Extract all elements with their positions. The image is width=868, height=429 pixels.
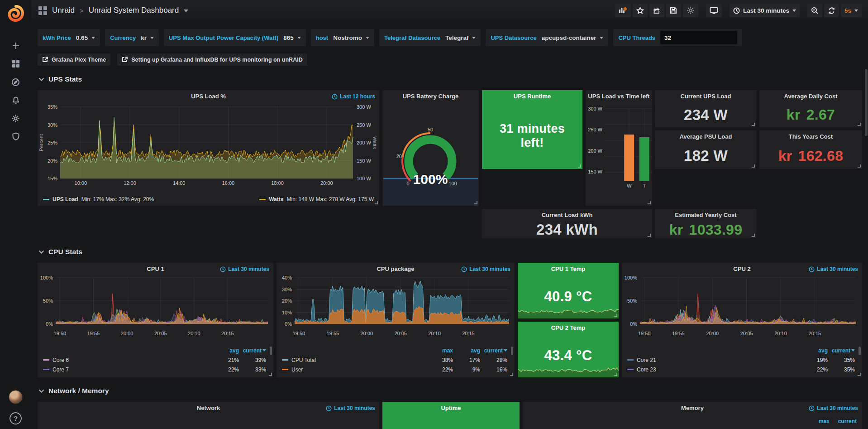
dashboard-grid-icon[interactable] — [38, 6, 47, 15]
legend-series[interactable]: Core 7 — [43, 366, 212, 373]
cpu-threads-input[interactable] — [660, 31, 737, 44]
cpu1-chart[interactable]: 100%50%0%19:5019:5520:0020:0520:1020:15 — [38, 275, 273, 345]
panel-title[interactable]: Memory — [681, 405, 704, 411]
legend-sort-current[interactable]: current — [239, 347, 266, 354]
refresh-button[interactable] — [824, 4, 839, 17]
cycle-view-tv-button[interactable] — [706, 4, 722, 17]
network-chart[interactable]: 6.0 MBs4.0 MBs2.0 MBs — [38, 414, 379, 429]
ups-load-vs-time-chart[interactable]: 300 W250 W200 W150 W40 min35 min30 min25… — [586, 102, 652, 206]
refresh-interval-label: 5s — [844, 7, 851, 14]
panel-title[interactable]: UPS Load vs Time left — [588, 93, 649, 100]
explore-icon[interactable] — [5, 75, 26, 89]
legend-sort-avg[interactable]: avg — [212, 347, 239, 354]
legend-sort-avg[interactable]: avg — [453, 347, 480, 354]
legend-scrollbar[interactable] — [270, 347, 272, 355]
refresh-interval-picker[interactable]: 5s — [841, 4, 862, 17]
dashboard-settings-button[interactable] — [683, 4, 698, 17]
cpu-package-chart[interactable]: 40%30%20%10%0%19:5019:5520:0020:0520:102… — [277, 275, 515, 345]
section-cpu-stats[interactable]: CPU Stats — [38, 246, 862, 257]
network-memory-row: Network Last 30 minutes 6.0 MBs4.0 MBs2.… — [38, 402, 862, 429]
ups-load-chart[interactable]: 35%30%25%20%15%300 W250 W200 W150 W100 W… — [38, 102, 379, 195]
star-dashboard-button[interactable] — [633, 4, 648, 17]
section-network-memory[interactable]: Network / Memory — [38, 386, 862, 396]
dashboard-picker-caret[interactable] — [184, 10, 188, 14]
variable-value-dropdown[interactable]: kr — [141, 34, 154, 41]
dashboards-icon[interactable] — [5, 57, 26, 71]
panel-time-range[interactable]: Last 30 minutes — [220, 266, 269, 272]
create-icon[interactable] — [5, 39, 26, 53]
svg-text:W: W — [627, 183, 632, 188]
variable-label: CPU Threads — [618, 34, 655, 41]
panel-title[interactable]: CPU 2 — [733, 265, 750, 272]
panel-title[interactable]: Estimated Yearly Cost — [675, 212, 736, 218]
page-scrollbar[interactable] — [865, 69, 868, 136]
alerting-bell-icon[interactable] — [5, 93, 26, 107]
panel-time-range[interactable]: Last 12 hours — [332, 93, 375, 100]
panel-title[interactable]: Average PSU Load — [680, 133, 732, 140]
section-ups-stats[interactable]: UPS Stats — [38, 74, 862, 85]
legend-series[interactable]: Core 6 — [43, 357, 212, 363]
panel-title[interactable]: CPU 1 Temp — [551, 265, 586, 272]
panel-title[interactable]: Current UPS Load — [681, 93, 731, 100]
legend-scrollbar[interactable] — [511, 347, 513, 355]
legend-sort-max[interactable]: max — [802, 418, 830, 424]
panel-title[interactable]: UPS Battery Charge — [403, 93, 459, 100]
link-grafana-plex-theme[interactable]: Grafana Plex Theme — [38, 53, 110, 66]
svg-text:18:00: 18:00 — [271, 180, 284, 186]
link-ups-monitoring-guide[interactable]: Setting up Grafana and InfluxDB for UPS … — [117, 53, 307, 66]
legend-sort-current[interactable]: current — [828, 347, 855, 354]
variable-value-dropdown[interactable]: 865 — [283, 34, 301, 41]
legend-scrollbar[interactable] — [858, 347, 861, 355]
svg-text:150 W: 150 W — [357, 158, 371, 164]
zoom-out-time-button[interactable] — [807, 4, 822, 17]
variable-value-dropdown[interactable]: Nostromo — [333, 34, 369, 41]
breadcrumb-folder[interactable]: Unraid — [52, 6, 75, 15]
panel-title[interactable]: CPU package — [377, 265, 414, 272]
server-admin-shield-icon[interactable] — [5, 130, 26, 143]
panel-title[interactable]: Uptime — [441, 405, 461, 411]
panel-time-range[interactable]: Last 30 minutes — [461, 266, 510, 272]
breadcrumb-dashboard[interactable]: Unraid System Dashboard — [89, 6, 179, 15]
legend-sort-current[interactable]: current — [480, 347, 507, 354]
variable-label: kWh Price — [43, 34, 71, 41]
legend-sort-max[interactable]: max — [426, 347, 453, 354]
legend-series[interactable]: Core 23 — [627, 366, 801, 373]
variable-value-dropdown[interactable]: apcupsd-container — [542, 34, 604, 41]
panel-time-range[interactable]: Last 30 minutes — [809, 266, 858, 272]
legend-series[interactable]: User — [282, 366, 426, 373]
cpu2-chart[interactable]: 100%50%0%19:5019:5520:0020:0520:1020:15 — [622, 275, 862, 345]
panel-title[interactable]: UPS Runtime — [514, 93, 551, 100]
svg-text:0: 0 — [406, 181, 409, 186]
user-avatar[interactable] — [9, 390, 23, 404]
svg-text:20%: 20% — [48, 158, 57, 164]
legend-series[interactable]: Core 21 — [627, 357, 801, 363]
legend-series[interactable]: WattsMin: 148 W Max: 278 W Avg: 175 W — [259, 196, 374, 202]
grafana-logo-icon[interactable] — [7, 5, 25, 23]
variable-value-dropdown[interactable]: Telegraf — [445, 34, 476, 41]
panel-title[interactable]: Current Load kWh — [542, 212, 593, 218]
variable-host: hostNostromo — [311, 29, 374, 46]
panel-title[interactable]: Network — [197, 405, 220, 411]
legend-sort-avg[interactable]: avg — [801, 347, 828, 354]
panel-title[interactable]: UPS Load % — [191, 93, 226, 100]
variable-ups-datasource: UPS Datasourceapcupsd-container — [486, 29, 608, 46]
legend-sort-current[interactable]: current — [830, 418, 857, 424]
stat-value: 234 W — [655, 102, 756, 127]
panel-ups-battery-charge: UPS Battery Charge 02050100100% — [382, 90, 479, 206]
legend-series[interactable]: UPS LoadMin: 17% Max: 32% Avg: 20% — [43, 196, 154, 202]
help-icon[interactable]: ? — [10, 412, 22, 424]
variable-value-dropdown[interactable]: 0.65 — [76, 34, 95, 41]
panel-time-range[interactable]: Last 30 minutes — [809, 405, 858, 411]
share-dashboard-button[interactable] — [649, 4, 664, 17]
legend-series[interactable]: CPU Total — [282, 357, 426, 363]
panel-title[interactable]: This Years Cost — [789, 133, 833, 140]
panel-memory: Memory Last 30 minutes 70.000000 GB60.00… — [523, 402, 862, 429]
time-range-picker[interactable]: Last 30 minutes — [730, 4, 800, 17]
panel-time-range[interactable]: Last 30 minutes — [326, 405, 375, 411]
panel-title[interactable]: Average Daily Cost — [784, 93, 837, 100]
panel-title[interactable]: CPU 1 — [147, 265, 164, 272]
save-dashboard-button[interactable] — [666, 4, 681, 17]
configuration-gear-icon[interactable] — [5, 111, 26, 125]
panel-title[interactable]: CPU 2 Temp — [551, 324, 586, 331]
add-panel-button[interactable] — [615, 4, 631, 17]
